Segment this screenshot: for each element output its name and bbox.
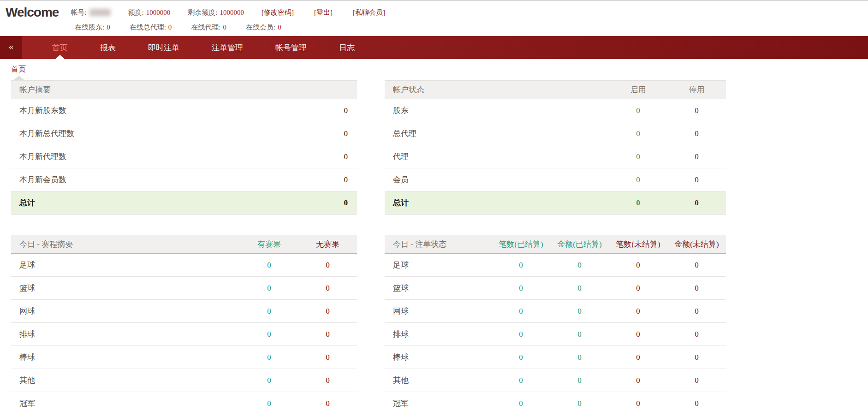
remaining-quota-group: 剩余额度: 1000000 [188,8,244,17]
row-value: 0 [240,277,298,300]
row-value: 0 [550,369,609,392]
schedule-summary-table: 今日 - 赛程摘要有赛果无赛果足球00篮球00网球00排球00棒球00其他00冠… [11,235,357,411]
row-value: 0 [492,369,550,392]
private-chat-link[interactable]: [私聊会员] [353,8,385,17]
table-row: 排球00 [11,323,357,346]
row-value: 0 [667,323,726,346]
table-title: 今日 - 注单状态 [385,235,492,254]
row-value: 0 [667,254,726,277]
row-value: 0 [298,277,357,300]
row-value: 0 [298,168,357,191]
row-label: 其他 [385,369,492,392]
breadcrumb-bar: 首页 [0,59,868,79]
row-value: 0 [609,168,667,191]
row-label: 本月新总代理数 [11,122,298,145]
table-header-row: 帐户摘要 [11,81,357,99]
row-value: 0 [667,369,726,392]
online-stat: 在线会员:0 [246,23,281,32]
row-value: 0 [609,346,667,369]
table-row: 排球0000 [385,323,726,346]
column-header: 金额(未结算) [667,235,726,254]
row-value: 0 [240,254,298,277]
row-value: 0 [550,277,609,300]
row-label: 棒球 [385,346,492,369]
table-header-row: 今日 - 注单状态笔数(已结算)金额(已结算)笔数(未结算)金额(未结算) [385,235,726,254]
row-value: 0 [240,392,298,411]
row-value: 0 [609,277,667,300]
collapse-button[interactable]: « [0,36,22,59]
online-stat: 在线股东:0 [75,23,110,32]
row-label: 冠军 [11,392,240,411]
header-row-account: Welcome 帐号: 额度: 1000000 剩余额度: 1000000 [修… [6,5,868,20]
total-value: 0 [298,191,357,214]
app-logo: Welcome [6,5,59,20]
account-value-redacted [89,9,111,16]
nav-item-日志[interactable]: 日志 [323,36,371,59]
table-title: 帐户摘要 [11,81,357,99]
row-label: 足球 [385,254,492,277]
dashboard-grid: 帐户摘要本月新股东数0本月新总代理数0本月新代理数0本月新会员数0总计0 帐户状… [11,80,857,411]
total-value: 0 [667,191,726,214]
nav-menu: 首页报表即时注单注单管理帐号管理日志 [22,36,371,59]
content: 帐户摘要本月新股东数0本月新总代理数0本月新代理数0本月新会员数0总计0 帐户状… [0,79,868,411]
online-stats: 在线股东:0在线总代理:0在线代理:0在线会员:0 [6,23,868,32]
table-row: 棒球00 [11,346,357,369]
quota-group: 额度: 1000000 [128,8,171,17]
account-summary-table: 帐户摘要本月新股东数0本月新总代理数0本月新代理数0本月新会员数0总计0 [11,80,357,214]
row-label: 总代理 [385,122,609,145]
row-label: 网球 [11,300,240,323]
account-label: 帐号: [71,8,86,17]
row-value: 0 [667,300,726,323]
row-value: 0 [492,323,550,346]
table-total-row: 总计00 [385,191,726,214]
table-row: 会员00 [385,168,726,191]
row-value: 0 [609,392,667,411]
row-value: 0 [550,323,609,346]
row-value: 0 [609,122,667,145]
change-password-link[interactable]: [修改密码] [262,8,294,17]
row-value: 0 [667,99,726,122]
logout-link[interactable]: [登出] [314,8,333,17]
row-value: 0 [492,300,550,323]
table-header-row: 今日 - 赛程摘要有赛果无赛果 [11,235,357,254]
row-value: 0 [667,392,726,411]
row-value: 0 [609,145,667,168]
breadcrumb[interactable]: 首页 [11,65,26,74]
row-value: 0 [240,323,298,346]
row-label: 篮球 [385,277,492,300]
table-total-row: 总计0 [11,191,357,214]
table-row: 足球0000 [385,254,726,277]
table-row: 其他0000 [385,369,726,392]
table-row: 股东00 [385,99,726,122]
row-value: 0 [667,168,726,191]
account-status-table: 帐户状态启用停用股东00总代理00代理00会员00总计00 [385,80,726,214]
column-header: 笔数(未结算) [609,235,667,254]
remaining-quota-label: 剩余额度: [188,8,217,17]
nav-item-帐号管理[interactable]: 帐号管理 [259,36,323,59]
table-row: 冠军00 [11,392,357,411]
table-row: 足球00 [11,254,357,277]
table-row: 篮球0000 [385,277,726,300]
row-value: 0 [240,346,298,369]
row-label: 会员 [385,168,609,191]
row-label: 本月新股东数 [11,99,298,122]
nav-item-即时注单[interactable]: 即时注单 [132,36,196,59]
table-title: 帐户状态 [385,81,609,99]
nav-item-报表[interactable]: 报表 [84,36,132,59]
row-value: 0 [667,346,726,369]
row-value: 0 [298,323,357,346]
table-row: 代理00 [385,145,726,168]
nav-item-首页[interactable]: 首页 [36,36,84,59]
row-value: 0 [492,392,550,411]
row-value: 0 [609,300,667,323]
nav-item-注单管理[interactable]: 注单管理 [196,36,259,59]
total-label: 总计 [385,191,609,214]
total-label: 总计 [11,191,298,214]
row-value: 0 [492,346,550,369]
row-value: 0 [550,346,609,369]
row-value: 0 [609,369,667,392]
row-value: 0 [298,392,357,411]
row-label: 棒球 [11,346,240,369]
table-row: 本月新会员数0 [11,168,357,191]
bet-status-table: 今日 - 注单状态笔数(已结算)金额(已结算)笔数(未结算)金额(未结算)足球0… [385,235,726,411]
